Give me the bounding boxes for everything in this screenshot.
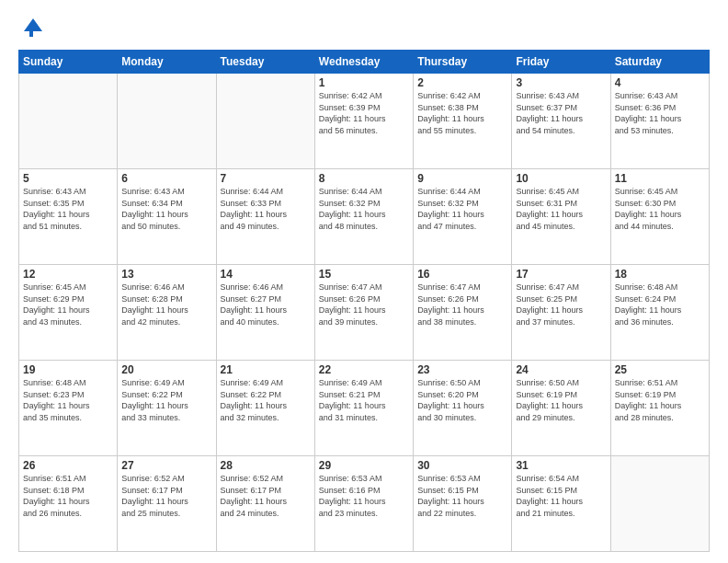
- calendar-cell: 9Sunrise: 6:44 AM Sunset: 6:32 PM Daylig…: [414, 169, 512, 265]
- day-number: 29: [319, 459, 409, 472]
- day-number: 31: [516, 459, 606, 472]
- calendar-cell: 13Sunrise: 6:46 AM Sunset: 6:28 PM Dayli…: [118, 265, 216, 361]
- calendar-table: SundayMondayTuesdayWednesdayThursdayFrid…: [18, 50, 710, 552]
- day-number: 12: [23, 268, 113, 281]
- calendar-cell: 16Sunrise: 6:47 AM Sunset: 6:26 PM Dayli…: [414, 265, 512, 361]
- day-info: Sunrise: 6:47 AM Sunset: 6:25 PM Dayligh…: [516, 282, 606, 327]
- day-number: 19: [23, 363, 113, 376]
- day-number: 30: [417, 459, 507, 472]
- calendar-cell: [610, 456, 709, 552]
- day-number: 16: [417, 268, 507, 281]
- day-number: 22: [319, 363, 409, 376]
- day-number: 15: [319, 268, 409, 281]
- calendar-cell: 20Sunrise: 6:49 AM Sunset: 6:22 PM Dayli…: [118, 361, 216, 456]
- calendar-cell: 12Sunrise: 6:45 AM Sunset: 6:29 PM Dayli…: [19, 265, 118, 361]
- day-info: Sunrise: 6:43 AM Sunset: 6:35 PM Dayligh…: [23, 186, 113, 232]
- weekday-row: SundayMondayTuesdayWednesdayThursdayFrid…: [19, 51, 710, 74]
- day-number: 4: [615, 76, 705, 89]
- day-info: Sunrise: 6:50 AM Sunset: 6:19 PM Dayligh…: [516, 377, 606, 423]
- calendar-cell: 3Sunrise: 6:43 AM Sunset: 6:37 PM Daylig…: [512, 74, 610, 169]
- day-info: Sunrise: 6:46 AM Sunset: 6:28 PM Dayligh…: [121, 282, 211, 327]
- day-info: Sunrise: 6:47 AM Sunset: 6:26 PM Dayligh…: [417, 282, 507, 327]
- calendar-week-4: 19Sunrise: 6:48 AM Sunset: 6:23 PM Dayli…: [19, 361, 710, 456]
- day-info: Sunrise: 6:47 AM Sunset: 6:26 PM Dayligh…: [319, 282, 409, 327]
- calendar-cell: 7Sunrise: 6:44 AM Sunset: 6:33 PM Daylig…: [216, 169, 314, 265]
- calendar-cell: 27Sunrise: 6:52 AM Sunset: 6:17 PM Dayli…: [118, 456, 216, 552]
- weekday-header-sunday: Sunday: [19, 51, 118, 74]
- day-info: Sunrise: 6:45 AM Sunset: 6:31 PM Dayligh…: [516, 186, 606, 232]
- day-info: Sunrise: 6:45 AM Sunset: 6:29 PM Dayligh…: [23, 282, 113, 327]
- calendar-cell: 21Sunrise: 6:49 AM Sunset: 6:22 PM Dayli…: [216, 361, 314, 456]
- calendar-week-2: 5Sunrise: 6:43 AM Sunset: 6:35 PM Daylig…: [19, 169, 710, 265]
- calendar-cell: 15Sunrise: 6:47 AM Sunset: 6:26 PM Dayli…: [314, 265, 413, 361]
- calendar-header: SundayMondayTuesdayWednesdayThursdayFrid…: [19, 51, 710, 74]
- day-info: Sunrise: 6:50 AM Sunset: 6:20 PM Dayligh…: [417, 377, 507, 423]
- calendar-cell: 24Sunrise: 6:50 AM Sunset: 6:19 PM Dayli…: [512, 361, 610, 456]
- day-number: 28: [221, 459, 311, 472]
- calendar-cell: 22Sunrise: 6:49 AM Sunset: 6:21 PM Dayli…: [314, 361, 413, 456]
- calendar-cell: 28Sunrise: 6:52 AM Sunset: 6:17 PM Dayli…: [216, 456, 314, 552]
- day-info: Sunrise: 6:52 AM Sunset: 6:17 PM Dayligh…: [121, 473, 211, 519]
- logo: [18, 15, 48, 40]
- weekday-header-wednesday: Wednesday: [314, 51, 413, 74]
- weekday-header-monday: Monday: [118, 51, 216, 74]
- day-info: Sunrise: 6:49 AM Sunset: 6:22 PM Dayligh…: [121, 377, 211, 423]
- calendar-cell: 5Sunrise: 6:43 AM Sunset: 6:35 PM Daylig…: [19, 169, 118, 265]
- calendar-cell: 14Sunrise: 6:46 AM Sunset: 6:27 PM Dayli…: [216, 265, 314, 361]
- calendar-cell: 19Sunrise: 6:48 AM Sunset: 6:23 PM Dayli…: [19, 361, 118, 456]
- day-info: Sunrise: 6:48 AM Sunset: 6:24 PM Dayligh…: [615, 282, 705, 327]
- calendar-cell: [216, 74, 314, 169]
- svg-marker-0: [24, 18, 42, 31]
- page: SundayMondayTuesdayWednesdayThursdayFrid…: [0, 0, 728, 563]
- calendar-cell: 8Sunrise: 6:44 AM Sunset: 6:32 PM Daylig…: [314, 169, 413, 265]
- calendar-week-1: 1Sunrise: 6:42 AM Sunset: 6:39 PM Daylig…: [19, 74, 710, 169]
- day-number: 20: [121, 363, 211, 376]
- day-number: 1: [319, 76, 409, 89]
- day-number: 5: [23, 172, 113, 185]
- day-number: 27: [121, 459, 211, 472]
- day-info: Sunrise: 6:43 AM Sunset: 6:34 PM Dayligh…: [121, 186, 211, 232]
- day-number: 8: [319, 172, 409, 185]
- day-info: Sunrise: 6:43 AM Sunset: 6:36 PM Dayligh…: [615, 90, 705, 136]
- calendar-cell: 30Sunrise: 6:53 AM Sunset: 6:15 PM Dayli…: [414, 456, 512, 552]
- day-number: 14: [221, 268, 311, 281]
- calendar-cell: 23Sunrise: 6:50 AM Sunset: 6:20 PM Dayli…: [414, 361, 512, 456]
- day-info: Sunrise: 6:46 AM Sunset: 6:27 PM Dayligh…: [221, 282, 311, 327]
- day-number: 7: [221, 172, 311, 185]
- calendar-cell: 6Sunrise: 6:43 AM Sunset: 6:34 PM Daylig…: [118, 169, 216, 265]
- day-number: 21: [221, 363, 311, 376]
- weekday-header-thursday: Thursday: [414, 51, 512, 74]
- calendar-cell: 31Sunrise: 6:54 AM Sunset: 6:15 PM Dayli…: [512, 456, 610, 552]
- calendar-body: 1Sunrise: 6:42 AM Sunset: 6:39 PM Daylig…: [19, 74, 710, 552]
- calendar-cell: 4Sunrise: 6:43 AM Sunset: 6:36 PM Daylig…: [610, 74, 709, 169]
- svg-rect-1: [29, 31, 33, 37]
- day-number: 10: [516, 172, 606, 185]
- day-number: 26: [23, 459, 113, 472]
- calendar-cell: 2Sunrise: 6:42 AM Sunset: 6:38 PM Daylig…: [414, 74, 512, 169]
- calendar-cell: 29Sunrise: 6:53 AM Sunset: 6:16 PM Dayli…: [314, 456, 413, 552]
- day-number: 23: [417, 363, 507, 376]
- calendar-cell: 26Sunrise: 6:51 AM Sunset: 6:18 PM Dayli…: [19, 456, 118, 552]
- weekday-header-saturday: Saturday: [610, 51, 709, 74]
- calendar-cell: [19, 74, 118, 169]
- calendar-cell: 17Sunrise: 6:47 AM Sunset: 6:25 PM Dayli…: [512, 265, 610, 361]
- calendar-cell: 25Sunrise: 6:51 AM Sunset: 6:19 PM Dayli…: [610, 361, 709, 456]
- day-number: 17: [516, 268, 606, 281]
- day-number: 13: [121, 268, 211, 281]
- day-info: Sunrise: 6:45 AM Sunset: 6:30 PM Dayligh…: [615, 186, 705, 232]
- weekday-header-tuesday: Tuesday: [216, 51, 314, 74]
- day-info: Sunrise: 6:49 AM Sunset: 6:21 PM Dayligh…: [319, 377, 409, 423]
- day-info: Sunrise: 6:48 AM Sunset: 6:23 PM Dayligh…: [23, 377, 113, 423]
- calendar-cell: 18Sunrise: 6:48 AM Sunset: 6:24 PM Dayli…: [610, 265, 709, 361]
- day-number: 3: [516, 76, 606, 89]
- day-number: 25: [615, 363, 705, 376]
- day-info: Sunrise: 6:43 AM Sunset: 6:37 PM Dayligh…: [516, 90, 606, 136]
- calendar-week-5: 26Sunrise: 6:51 AM Sunset: 6:18 PM Dayli…: [19, 456, 710, 552]
- day-number: 11: [615, 172, 705, 185]
- day-info: Sunrise: 6:54 AM Sunset: 6:15 PM Dayligh…: [516, 473, 606, 519]
- day-number: 6: [121, 172, 211, 185]
- day-info: Sunrise: 6:53 AM Sunset: 6:15 PM Dayligh…: [417, 473, 507, 519]
- day-number: 2: [417, 76, 507, 89]
- day-info: Sunrise: 6:44 AM Sunset: 6:32 PM Dayligh…: [319, 186, 409, 232]
- calendar-cell: 11Sunrise: 6:45 AM Sunset: 6:30 PM Dayli…: [610, 169, 709, 265]
